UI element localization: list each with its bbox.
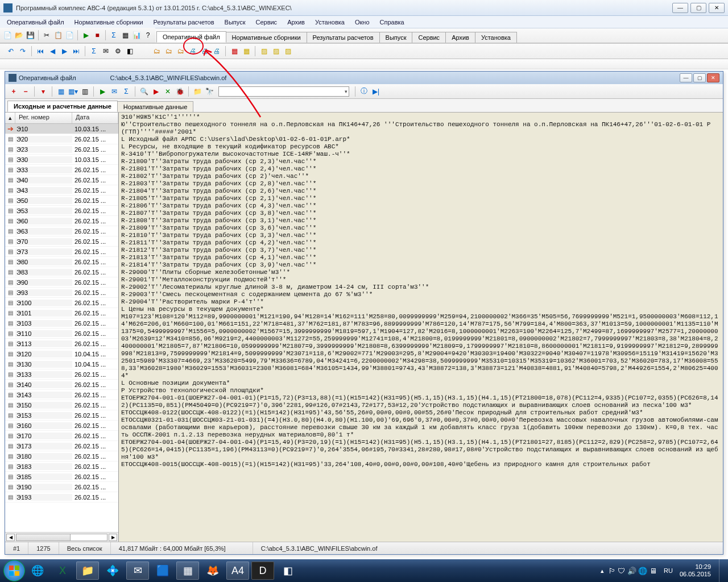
tool-a-icon[interactable]: 🗂: [152, 46, 162, 56]
table-row[interactable]: ▤Э5326.02.15 ...: [5, 206, 118, 216]
scroll-left-icon[interactable]: ◀: [6, 534, 15, 541]
task-firefox-icon[interactable]: 🦊: [201, 562, 224, 580]
table-row[interactable]: ▤Э12010.04.15 ...: [5, 349, 118, 359]
paste-icon[interactable]: 📄: [64, 30, 75, 40]
menu-item[interactable]: Выпуск: [220, 18, 250, 27]
redo-icon[interactable]: ↷: [18, 46, 28, 56]
table-icon[interactable]: ▦: [120, 30, 130, 40]
grid-icon[interactable]: ▦: [56, 86, 66, 97]
table-row[interactable]: ▤Э3326.02.15 ...: [5, 165, 118, 175]
nav-first-icon[interactable]: ⏮: [35, 46, 46, 56]
import-icon[interactable]: ✕: [163, 86, 173, 97]
table-row[interactable]: ▤Э15326.02.15 ...: [5, 410, 118, 421]
main-tab[interactable]: Установка: [475, 32, 517, 43]
task-app2-icon[interactable]: 🟦: [151, 562, 174, 580]
tool-c-icon[interactable]: 🗂: [176, 46, 186, 56]
table-row[interactable]: ▤Э11326.02.15 ...: [5, 339, 118, 349]
show-desktop-button[interactable]: [719, 559, 725, 582]
new-icon[interactable]: 📄: [2, 30, 13, 40]
tray-clock[interactable]: 10:29 06.05.2015: [680, 563, 711, 578]
table-row[interactable]: ▤Э17326.02.15 ...: [5, 441, 118, 451]
selector-dropdown[interactable]: [218, 86, 349, 97]
child-minimize-button[interactable]: —: [680, 73, 692, 82]
task-ie-icon[interactable]: 🌐: [26, 562, 49, 580]
nav-next-icon[interactable]: ▶: [59, 46, 69, 56]
table-row[interactable]: ▤Э14326.02.15 ...: [5, 390, 118, 400]
main-tab[interactable]: Архив: [445, 32, 475, 43]
table-row[interactable]: ▤Э6026.02.15 ...: [5, 216, 118, 226]
sigma-icon[interactable]: Σ: [109, 30, 119, 40]
doc-red-icon[interactable]: ▦: [229, 46, 239, 56]
col-date[interactable]: Дата: [72, 113, 118, 123]
table-row[interactable]: ▤Э3010.03.15 ...: [5, 155, 118, 165]
table-row[interactable]: ▤Э9326.02.15 ...: [5, 288, 118, 298]
table-row[interactable]: ▤Э18326.02.15 ...: [5, 462, 118, 472]
task-thunderbird-icon[interactable]: ✉: [126, 562, 149, 580]
doc-yellow-icon[interactable]: ▦: [241, 46, 251, 56]
undo-icon[interactable]: ↶: [6, 46, 16, 56]
run-icon[interactable]: ▶: [81, 30, 91, 40]
mail-icon[interactable]: ✉: [109, 86, 119, 97]
save-icon[interactable]: 💾: [25, 30, 35, 40]
help-icon[interactable]: ?: [143, 30, 153, 40]
cut-icon[interactable]: ✂: [42, 30, 52, 40]
main-tab[interactable]: Выпуск: [379, 32, 413, 43]
add-icon[interactable]: +: [9, 86, 19, 97]
table-row[interactable]: ▤Э13326.02.15 ...: [5, 369, 118, 380]
table-row[interactable]: ▤Э5026.02.15 ...: [5, 196, 118, 206]
next-icon[interactable]: ▶|: [371, 86, 381, 97]
doc-g2-icon[interactable]: ▨: [271, 46, 281, 56]
table-row[interactable]: ▤Э19326.02.15 ...: [5, 492, 118, 502]
table-row[interactable]: ▤Э2026.02.15 ...: [5, 134, 118, 144]
play-icon[interactable]: ▶: [97, 86, 107, 97]
menu-item[interactable]: Окно: [350, 18, 374, 27]
menu-item[interactable]: Справка: [375, 18, 409, 27]
chart-icon[interactable]: 📊: [131, 30, 142, 40]
table-row[interactable]: ▤Э10126.02.15 ...: [5, 308, 118, 318]
inner-tab[interactable]: Нормативные данные: [117, 101, 194, 112]
document-text-pane[interactable]: Э10'Н9Ж5'К1С''1'''''* Ю''Строительство п…: [119, 113, 723, 542]
main-tab[interactable]: Результаты расчетов: [307, 32, 380, 43]
stop-icon[interactable]: ■: [92, 30, 102, 40]
tray-language[interactable]: RU: [661, 566, 675, 575]
misc-icon[interactable]: ◧: [125, 46, 135, 56]
menu-item[interactable]: Сервис: [251, 18, 282, 27]
maximize-button[interactable]: ▢: [690, 3, 706, 13]
sort-indicator-icon[interactable]: ▴: [5, 113, 15, 123]
list-horizontal-scrollbar[interactable]: ◀ ▶: [5, 532, 118, 542]
open-icon[interactable]: 📂: [14, 30, 24, 40]
sigma-icon[interactable]: Σ: [89, 46, 99, 56]
table-row[interactable]: ▤Э10026.02.15 ...: [5, 298, 118, 308]
table-row[interactable]: ▤Э4026.02.15 ...: [5, 175, 118, 185]
task-app4-icon[interactable]: ◧: [276, 562, 299, 580]
envelope-icon[interactable]: ✉: [101, 46, 111, 56]
table-row[interactable]: ▤Э8326.02.15 ...: [5, 267, 118, 277]
table-row[interactable]: ▤Э10326.02.15 ...: [5, 318, 118, 329]
table-row[interactable]: ▤Э9026.02.15 ...: [5, 277, 118, 288]
doc-g3-icon[interactable]: ▨: [283, 46, 293, 56]
main-tab[interactable]: Нормативные сборники: [226, 32, 307, 43]
table-row[interactable]: ▤Э14026.02.15 ...: [5, 380, 118, 390]
nav-prev-icon[interactable]: ◀: [47, 46, 57, 56]
copy-icon[interactable]: 📋: [53, 30, 63, 40]
tool-f-icon[interactable]: 🖨: [212, 46, 222, 56]
sigma-icon[interactable]: Σ: [121, 86, 131, 97]
table-row[interactable]: ▤Э16026.02.15 ...: [5, 421, 118, 431]
table-row[interactable]: ▤Э13010.04.15 ...: [5, 359, 118, 369]
menu-item[interactable]: Оперативный файл: [2, 18, 69, 27]
tray-expand-icon[interactable]: ▴: [601, 567, 604, 575]
task-abc4-icon[interactable]: A4: [226, 562, 249, 580]
info-icon[interactable]: ⓘ: [359, 86, 369, 97]
flag-icon[interactable]: ▾: [38, 86, 48, 97]
export-icon[interactable]: ▶: [151, 86, 161, 97]
table-row[interactable]: ▤Э7026.02.15 ...: [5, 236, 118, 247]
doc-g1-icon[interactable]: ▨: [259, 46, 269, 56]
list-body[interactable]: ➔Э1010.03.15 ...▤Э2026.02.15 ...▤Э2326.0…: [5, 124, 118, 532]
close-button[interactable]: ✕: [709, 3, 725, 13]
table-row[interactable]: ▤Э11026.02.15 ...: [5, 329, 118, 339]
table-row[interactable]: ▤Э2326.02.15 ...: [5, 144, 118, 155]
tool-icon[interactable]: 🐞: [175, 86, 185, 97]
menu-item[interactable]: Нормативные сборники: [70, 18, 148, 27]
tool-d-icon[interactable]: 🖨: [188, 46, 198, 56]
table-row[interactable]: ▤Э6326.02.15 ...: [5, 226, 118, 236]
